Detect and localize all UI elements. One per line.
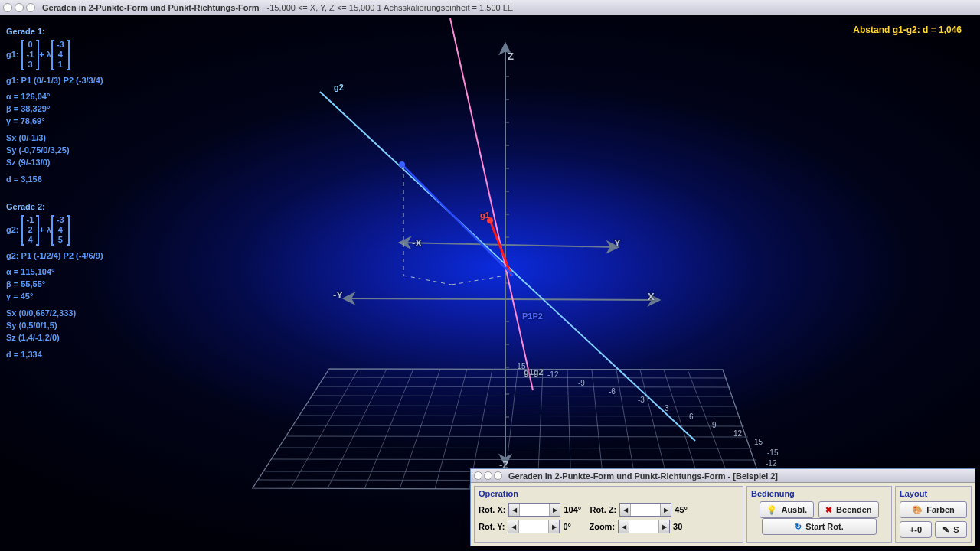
rotx-value: 104°	[564, 505, 586, 514]
tick-label: 9	[712, 421, 717, 429]
arrow-right-icon[interactable]: ▶	[658, 520, 669, 533]
gerade2-header: Gerade 2:	[6, 201, 103, 214]
zoom-label: Zoom:	[589, 522, 615, 531]
connector-p1p2	[402, 165, 513, 276]
window-button-icon[interactable]	[494, 471, 502, 480]
svg-line-4	[311, 396, 733, 396]
arrow-right-icon[interactable]: ▶	[549, 504, 560, 516]
window-button-icon[interactable]	[26, 3, 35, 12]
arrow-right-icon[interactable]: ▶	[660, 504, 671, 516]
gerade1-points: g1: P1 (0/-1/3) P2 (-3/3/4)	[6, 75, 103, 87]
s-button[interactable]: ✎ S	[935, 521, 967, 538]
svg-line-14	[291, 369, 358, 488]
svg-line-10	[272, 459, 756, 460]
roty-value: 0°	[563, 522, 586, 531]
tick-label: -3	[638, 396, 645, 404]
distance-readout: Abstand g1-g2: d = 1,046	[853, 24, 962, 35]
tick-label: 6	[689, 412, 694, 421]
arrow-left-icon[interactable]: ◀	[619, 520, 629, 533]
tick-label: 12	[733, 429, 742, 438]
gerade1-header: Gerade 1:	[6, 26, 103, 38]
gerade2-points: g2: P1 (-1/2/4) P2 (-4/6/9)	[6, 250, 103, 262]
eq-prefix: g2:	[6, 224, 19, 236]
rotz-value: 45°	[675, 505, 697, 514]
close-icon: ✖	[825, 505, 832, 515]
bedienung-group: Bedienung 💡 Ausbl. ✖ Beenden ↻ Start Rot…	[746, 486, 892, 543]
lightbulb-icon: 💡	[766, 505, 777, 515]
svg-line-9	[279, 448, 752, 448]
operation-group: Operation Rot. X: ◀ ▶ 104° Rot. Z: ◀ ▶	[474, 486, 743, 543]
svg-line-31	[402, 243, 616, 247]
roty-spinner[interactable]: ◀ ▶	[508, 520, 560, 533]
svg-line-48	[452, 276, 505, 285]
window-button-icon[interactable]	[3, 3, 12, 12]
control-panel-title: Geraden in 2-Punkte-Form und Punkt-Richt…	[508, 471, 778, 481]
gerade1-sz: Sz (9/-13/0)	[6, 157, 103, 169]
viewport-3d[interactable]: Z -Z X -Y Y -X g2 g1 P1P2 g1g2 -15 -12 -…	[0, 15, 980, 551]
tick-label: -15	[767, 448, 778, 457]
control-panel-titlebar[interactable]: Geraden in 2-Punkte-Form und Punkt-Richt…	[471, 469, 975, 483]
axis-z-label: Z	[508, 51, 514, 62]
tick-label: -9	[578, 379, 585, 387]
zoom-spinner[interactable]: ◀ ▶	[618, 520, 670, 533]
lambda-label: + λ	[39, 224, 51, 236]
window-button-icon[interactable]	[474, 471, 482, 480]
svg-line-5	[305, 406, 737, 406]
gerade1-beta: β = 38,329°	[6, 103, 103, 116]
rotx-label: Rot. X:	[479, 505, 505, 514]
gerade2-alpha: α = 115,104°	[6, 266, 103, 279]
svg-line-16	[364, 369, 413, 489]
roty-label: Rot. Y:	[479, 522, 505, 531]
rotz-spinner[interactable]: ◀ ▶	[619, 503, 671, 517]
palette-icon: 🎨	[912, 505, 923, 515]
refresh-icon: ↻	[795, 522, 802, 532]
start-rotation-button[interactable]: ↻ Start Rot.	[762, 518, 877, 535]
svg-line-3	[317, 386, 730, 387]
window-button-icon[interactable]	[15, 3, 24, 12]
window-subtitle: -15,000 <= X, Y, Z <= 15,000 1 Achsskali…	[267, 3, 514, 12]
operation-legend: Operation	[479, 489, 739, 498]
axis-ny-label: -Y	[333, 289, 343, 301]
gerade2-equation: g2: -124 + λ -345	[6, 215, 70, 246]
layout-legend: Layout	[900, 489, 967, 498]
svg-line-30	[346, 298, 657, 300]
svg-line-7	[292, 425, 744, 426]
gerade1-sx: Sx (0/-1/3)	[6, 132, 103, 145]
arrow-right-icon[interactable]: ▶	[548, 520, 559, 533]
beenden-button[interactable]: ✖ Beenden	[818, 501, 878, 518]
arrow-left-icon[interactable]: ◀	[508, 520, 519, 533]
axes	[346, 46, 657, 463]
pencil-icon: ✎	[942, 525, 949, 535]
tick-label: -12	[547, 370, 558, 379]
gerade2-sz: Sz (1,4/-1,2/0)	[6, 332, 103, 344]
gerade2-gamma: γ = 45°	[6, 291, 103, 303]
gerade1-gamma: γ = 78,69°	[6, 116, 103, 128]
gerade1-alpha: α = 126,04°	[6, 91, 103, 103]
tick-label: -15	[514, 362, 525, 370]
rotz-label: Rot. Z:	[590, 505, 616, 514]
window-title: Geraden in 2-Punkte-Form und Punkt-Richt…	[42, 3, 260, 12]
info-panel: Gerade 1: g1: 0-13 + λ -341 g1: P1 (0/-1…	[6, 21, 103, 361]
lambda-label: + λ	[39, 49, 51, 61]
axis-nx-label: -X	[412, 237, 422, 249]
farben-button[interactable]: 🎨 Farben	[900, 501, 967, 518]
tick-label: -6	[609, 387, 616, 396]
axis-y-label: Y	[614, 237, 621, 249]
point-marker	[399, 161, 405, 168]
tick-label: 15	[754, 438, 763, 446]
gerade1-sy: Sy (-0,75/0/3,25)	[6, 145, 103, 157]
gerade2-beta: β = 55,55°	[6, 279, 103, 291]
reset-zero-button[interactable]: +-0	[900, 521, 932, 538]
arrow-left-icon[interactable]: ◀	[509, 504, 520, 516]
axis-x-label: X	[648, 291, 655, 302]
eq-prefix: g1:	[6, 49, 19, 61]
window-button-icon[interactable]	[484, 471, 492, 480]
p1p2-label: P1P2	[522, 311, 543, 321]
ausblenden-button[interactable]: 💡 Ausbl.	[760, 501, 814, 518]
svg-line-6	[299, 416, 740, 416]
arrow-left-icon[interactable]: ◀	[620, 504, 631, 516]
g12-floor-label: g1g2	[524, 367, 544, 377]
rotx-spinner[interactable]: ◀ ▶	[508, 503, 560, 517]
gerade1-equation: g1: 0-13 + λ -341	[6, 40, 70, 70]
layout-group: Layout 🎨 Farben +-0 ✎ S	[895, 486, 972, 543]
